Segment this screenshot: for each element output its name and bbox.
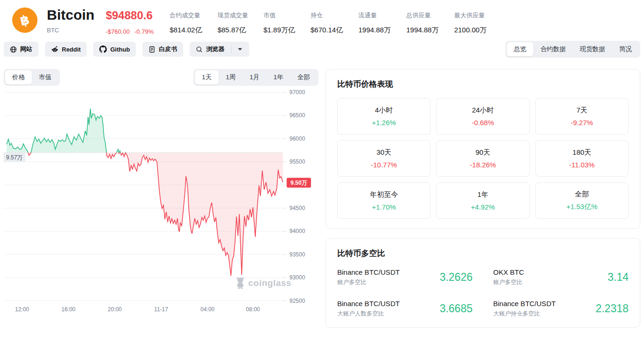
- github-label: Github: [110, 46, 130, 53]
- tab-简况[interactable]: 简况: [612, 42, 639, 56]
- range-1天[interactable]: 1天: [195, 70, 219, 84]
- x-axis-label: 04:00: [200, 306, 215, 313]
- right-column: 比特币价格表现 4小时+1.26%24小时-0.68%7天-9.27%30天-1…: [326, 69, 640, 328]
- performance-cards: 4小时+1.26%24小时-0.68%7天-9.27%30天-10.77%90天…: [337, 98, 629, 219]
- performance-card-180天: 180天-11.03%: [535, 140, 629, 177]
- performance-card-90天: 90天-18.26%: [436, 140, 529, 177]
- performance-card-24小时: 24小时-0.68%: [436, 98, 529, 135]
- mode-价格[interactable]: 价格: [5, 70, 32, 84]
- main-content: 价格市值 1天1周1月1年全部 970009650096000955009450…: [0, 58, 644, 328]
- long-short-grid: Binance BTC/USDT账户多空比3.2626OKX BTC账户多空比3…: [337, 268, 629, 318]
- ratio-type: 大账户持仓多空比: [493, 310, 555, 318]
- long-short-item: Binance BTC/USDT账户多空比3.2626: [337, 268, 473, 286]
- performance-card-1年: 1年+4.92%: [436, 182, 529, 219]
- y-axis-label: 97000: [289, 89, 305, 96]
- coin-price: $94880.6: [106, 9, 154, 22]
- external-links: 网站 Reddit Github: [4, 42, 249, 57]
- tab-合约数据[interactable]: 合约数据: [533, 42, 573, 56]
- tab-总览[interactable]: 总览: [507, 42, 533, 56]
- range-1周[interactable]: 1周: [219, 70, 243, 84]
- explorer-button[interactable]: 浏览器: [190, 42, 249, 57]
- pair-name: OKX BTC: [493, 268, 524, 276]
- ratio-type: 大账户人数多空比: [337, 310, 400, 318]
- y-axis-label: 94500: [289, 205, 305, 211]
- whitepaper-label: 白皮书: [159, 45, 177, 53]
- stat-label: 流通量: [358, 11, 391, 20]
- performance-card-label: 180天: [572, 148, 591, 157]
- x-axis-label: 08:00: [246, 306, 260, 313]
- tab-现货数据[interactable]: 现货数据: [573, 42, 612, 56]
- stat-item: 现货成交量$85.87亿: [217, 11, 248, 35]
- website-label: 网站: [20, 45, 32, 53]
- chart-section: 价格市值 1天1周1月1年全部 970009650096000955009450…: [4, 69, 318, 328]
- ratio-type: 账户多空比: [493, 278, 524, 286]
- stat-value: $670.14亿: [311, 26, 343, 35]
- whitepaper-button[interactable]: 白皮书: [142, 42, 183, 57]
- chevron-down-icon[interactable]: [237, 47, 243, 52]
- stat-item: 合约成交量$814.02亿: [170, 11, 202, 35]
- x-axis-label: 12:00: [15, 306, 29, 313]
- stat-label: 市值: [263, 11, 295, 20]
- performance-card-label: 30天: [377, 148, 392, 157]
- pair-name: Binance BTC/USDT: [337, 300, 400, 308]
- long-short-item: Binance BTC/USDT大账户持仓多空比2.2318: [493, 300, 629, 318]
- price-change-pct: -0.79%: [134, 28, 154, 35]
- performance-card-4小时: 4小时+1.26%: [337, 98, 430, 135]
- range-全部[interactable]: 全部: [290, 70, 317, 84]
- long-short-item: OKX BTC账户多空比3.14: [493, 268, 629, 286]
- y-axis-label: 93000: [289, 274, 305, 281]
- performance-card-value: +1.26%: [372, 119, 396, 127]
- x-axis-label: 11-17: [154, 306, 168, 313]
- long-short-labels: Binance BTC/USDT大账户持仓多空比: [493, 300, 555, 318]
- reddit-label: Reddit: [62, 46, 81, 53]
- range-1年[interactable]: 1年: [266, 70, 290, 84]
- github-button[interactable]: Github: [93, 42, 136, 57]
- document-icon: [148, 46, 155, 53]
- performance-card-value: -11.03%: [569, 161, 595, 169]
- stat-label: 总供应量: [406, 11, 438, 20]
- performance-card-value: -10.77%: [371, 161, 397, 169]
- stat-value: $814.02亿: [170, 26, 202, 35]
- long-short-item: Binance BTC/USDT大账户人数多空比3.6685: [337, 300, 473, 318]
- mode-市值[interactable]: 市值: [32, 70, 59, 84]
- performance-card-value: -0.68%: [472, 119, 494, 127]
- performance-card-value: +4.92%: [471, 203, 495, 211]
- performance-card-全部: 全部+1.53亿%: [535, 182, 629, 219]
- pair-name: Binance BTC/USDT: [493, 300, 555, 308]
- coin-name: Bitcoin: [47, 8, 95, 23]
- reddit-icon: [51, 45, 59, 53]
- ratio-value: 3.14: [607, 271, 629, 284]
- range-1月[interactable]: 1月: [243, 70, 266, 84]
- performance-card-label: 全部: [575, 190, 589, 199]
- x-axis-label: 20:00: [108, 306, 122, 313]
- long-short-labels: OKX BTC账户多空比: [493, 268, 524, 286]
- price-change: -$760.00: [106, 28, 130, 35]
- performance-card-label: 24小时: [472, 106, 494, 115]
- reddit-button[interactable]: Reddit: [45, 42, 87, 57]
- explorer-label: 浏览器: [206, 45, 224, 53]
- performance-card-label: 7天: [577, 106, 587, 115]
- long-short-labels: Binance BTC/USDT大账户人数多空比: [337, 300, 400, 318]
- stat-item: 市值$1.89万亿: [263, 11, 295, 35]
- stat-value: 1994.88万: [406, 26, 438, 35]
- coin-header: ฿ Bitcoin BTC $94880.6 -$760.00 -0.79% 合…: [0, 0, 644, 35]
- performance-card-label: 90天: [475, 148, 490, 157]
- price-marketcap-toggle: 价格市值: [4, 69, 60, 86]
- y-axis-label: 95500: [289, 158, 305, 165]
- stat-label: 合约成交量: [170, 11, 202, 20]
- price-chart[interactable]: 9700096500960009550094500940009350093000…: [4, 89, 318, 304]
- performance-card-label: 1年: [477, 190, 488, 199]
- y-axis-label: 93500: [289, 251, 305, 258]
- coinglass-watermark: coinglass: [235, 277, 291, 289]
- performance-card-label: 年初至今: [370, 190, 398, 199]
- github-icon: [99, 45, 107, 53]
- ratio-value: 3.2626: [440, 271, 473, 284]
- svg-text:9.57万: 9.57万: [6, 154, 22, 161]
- x-axis-label: 16:00: [61, 306, 75, 313]
- performance-title: 比特币价格表现: [337, 79, 629, 90]
- website-button[interactable]: 网站: [4, 42, 38, 57]
- explorer-icon: [196, 46, 203, 53]
- performance-card-7天: 7天-9.27%: [535, 98, 629, 135]
- time-range-tabs: 1天1周1月1年全部: [193, 69, 318, 86]
- stat-item: 总供应量1994.88万: [406, 11, 438, 35]
